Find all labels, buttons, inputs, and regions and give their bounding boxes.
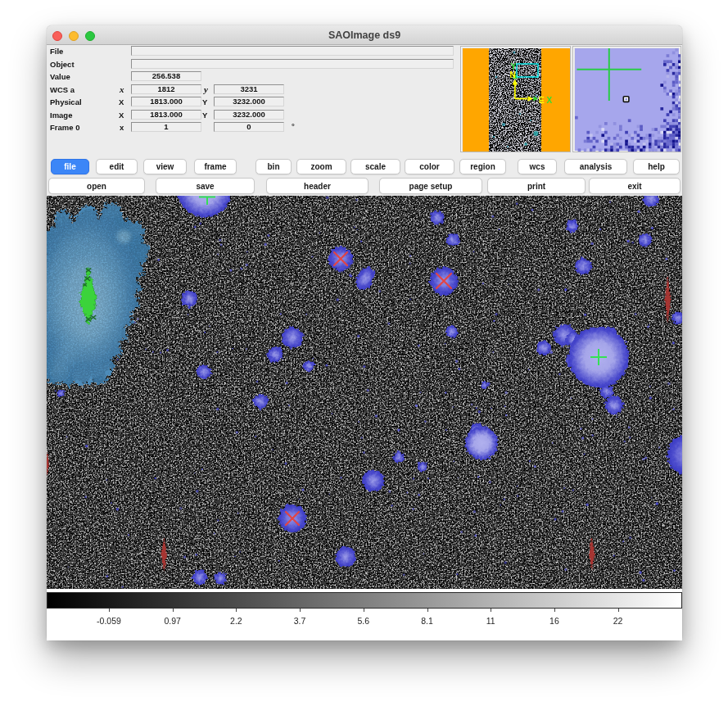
svg-text:N: N (510, 70, 516, 79)
svg-text:E: E (539, 96, 545, 105)
svg-text:X: X (547, 96, 553, 105)
